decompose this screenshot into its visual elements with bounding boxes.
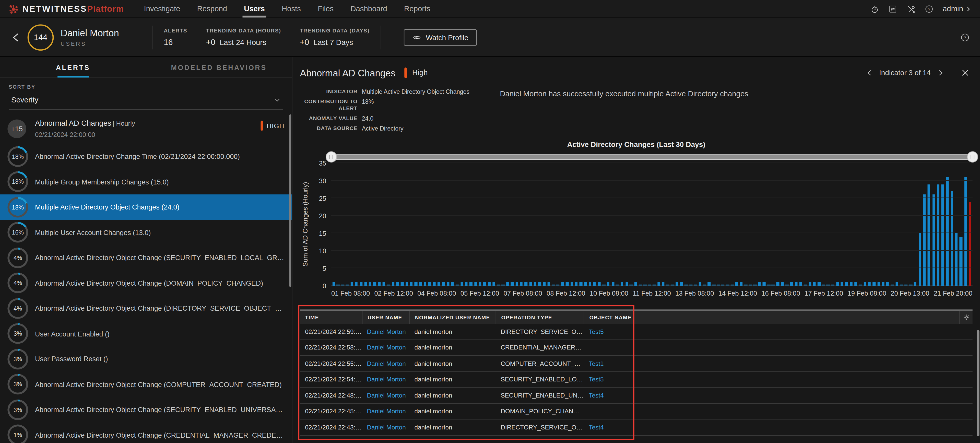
- data-bar[interactable]: [942, 184, 944, 285]
- tab-modeled-behaviors[interactable]: MODELED BEHAVIORS: [146, 57, 292, 78]
- data-bar[interactable]: [589, 282, 591, 286]
- data-bar[interactable]: [868, 282, 871, 286]
- zero-dash[interactable]: [803, 284, 807, 285]
- data-bar[interactable]: [607, 282, 610, 286]
- column-header-time[interactable]: TIME: [300, 311, 362, 324]
- object-link[interactable]: Test5: [584, 328, 633, 335]
- alert-indicator-item[interactable]: 3%User Password Reset (): [0, 346, 292, 372]
- data-bar[interactable]: [479, 282, 482, 286]
- alert-indicator-item[interactable]: 1%Abnormal Active Directory Object Chang…: [0, 422, 292, 443]
- data-bar[interactable]: [657, 282, 660, 286]
- zero-dash[interactable]: [616, 284, 619, 285]
- zero-dash[interactable]: [904, 284, 908, 285]
- data-bar[interactable]: [845, 282, 848, 286]
- data-bar[interactable]: [433, 282, 436, 286]
- zero-dash[interactable]: [859, 284, 862, 285]
- data-bar[interactable]: [625, 282, 628, 286]
- data-bar[interactable]: [676, 282, 678, 286]
- close-icon[interactable]: [961, 68, 970, 77]
- object-link[interactable]: Test1: [584, 360, 633, 367]
- data-bar[interactable]: [451, 282, 454, 286]
- user-link[interactable]: Daniel Morton: [362, 328, 409, 335]
- zero-dash[interactable]: [694, 284, 697, 285]
- data-bar[interactable]: [918, 233, 921, 286]
- table-scrollbar[interactable]: [977, 330, 980, 437]
- zero-dash[interactable]: [643, 284, 647, 285]
- object-link[interactable]: Test4: [584, 424, 633, 431]
- zero-dash[interactable]: [345, 284, 349, 285]
- sidebar-scrollbar[interactable]: [290, 115, 291, 287]
- data-bar[interactable]: [964, 177, 967, 286]
- column-header-object-name[interactable]: OBJECT NAME: [584, 311, 633, 324]
- object-link[interactable]: Test4: [584, 392, 633, 399]
- zero-dash[interactable]: [822, 284, 825, 285]
- data-bar[interactable]: [488, 282, 490, 286]
- nav-item-reports[interactable]: Reports: [404, 0, 430, 18]
- data-bar[interactable]: [369, 282, 371, 286]
- alert-indicator-item[interactable]: 18%Abnormal Active Directory Change Time…: [0, 144, 292, 169]
- zero-dash[interactable]: [639, 284, 642, 285]
- data-bar[interactable]: [575, 282, 578, 286]
- user-link[interactable]: Daniel Morton: [362, 392, 409, 399]
- data-bar[interactable]: [419, 282, 422, 286]
- data-bar[interactable]: [698, 282, 701, 286]
- table-row[interactable]: 02/21/2024 22:48:00Daniel Mortondaniel m…: [300, 387, 973, 403]
- zero-dash[interactable]: [726, 284, 729, 285]
- data-bar[interactable]: [570, 282, 573, 286]
- data-bar[interactable]: [424, 282, 426, 286]
- data-bar[interactable]: [511, 282, 513, 286]
- nav-item-investigate[interactable]: Investigate: [144, 0, 180, 18]
- zero-dash[interactable]: [831, 284, 834, 285]
- data-bar[interactable]: [506, 282, 509, 286]
- alert-indicator-item[interactable]: 4%Abnormal Active Directory Object Chang…: [0, 270, 292, 296]
- data-bar[interactable]: [428, 282, 431, 286]
- data-bar[interactable]: [520, 282, 523, 286]
- data-bar[interactable]: [612, 282, 614, 286]
- zero-dash[interactable]: [684, 284, 688, 285]
- data-bar[interactable]: [932, 195, 935, 285]
- user-link[interactable]: Daniel Morton: [362, 408, 409, 414]
- data-bar[interactable]: [882, 282, 885, 286]
- risk-score-badge[interactable]: 144: [28, 24, 54, 50]
- zero-dash[interactable]: [341, 284, 344, 285]
- zero-dash[interactable]: [753, 284, 757, 285]
- data-bar[interactable]: [840, 282, 843, 286]
- sort-select[interactable]: Severity: [9, 94, 283, 110]
- data-bar[interactable]: [836, 282, 838, 286]
- table-row[interactable]: 02/21/2024 22:43:00Daniel Mortondaniel m…: [300, 419, 973, 435]
- data-bar[interactable]: [886, 282, 889, 286]
- next-indicator-icon[interactable]: [936, 69, 945, 76]
- table-row[interactable]: 02/21/2024 22:59:00Daniel Mortondaniel m…: [300, 324, 973, 340]
- column-header-user-name[interactable]: USER NAME: [362, 311, 409, 324]
- data-bar[interactable]: [332, 282, 335, 286]
- data-bar[interactable]: [620, 282, 623, 286]
- slider-handle-right[interactable]: [967, 152, 977, 162]
- data-bar[interactable]: [708, 282, 710, 286]
- data-bar[interactable]: [813, 282, 816, 286]
- data-bar[interactable]: [378, 282, 380, 286]
- zero-dash[interactable]: [749, 284, 752, 285]
- object-link[interactable]: Test5: [584, 376, 633, 383]
- data-bar[interactable]: [790, 282, 793, 286]
- watch-profile-button[interactable]: Watch Profile: [404, 29, 477, 45]
- zero-dash[interactable]: [772, 284, 775, 285]
- alert-group-header[interactable]: +15 Abnormal AD Changes | Hourly 02/21/2…: [0, 115, 292, 144]
- zero-dash[interactable]: [689, 284, 692, 285]
- data-bar[interactable]: [864, 282, 866, 286]
- zero-dash[interactable]: [501, 284, 505, 285]
- data-bar[interactable]: [470, 282, 472, 286]
- zero-dash[interactable]: [767, 284, 770, 285]
- data-bar[interactable]: [873, 282, 875, 286]
- data-bar[interactable]: [529, 282, 532, 286]
- timer-icon[interactable]: [870, 4, 880, 14]
- data-bar[interactable]: [579, 282, 582, 286]
- zero-dash[interactable]: [497, 284, 500, 285]
- brand[interactable]: NETWITNESSPlatform: [9, 4, 124, 14]
- data-bar[interactable]: [593, 282, 596, 286]
- alert-indicator-item[interactable]: 16%Multiple User Account Changes (13.0): [0, 220, 292, 245]
- data-bar[interactable]: [534, 282, 536, 286]
- data-bar[interactable]: [959, 237, 962, 285]
- alert-indicator-item[interactable]: 4%Abnormal Active Directory Object Chang…: [0, 245, 292, 270]
- data-bar[interactable]: [566, 282, 568, 286]
- data-bar[interactable]: [854, 282, 857, 286]
